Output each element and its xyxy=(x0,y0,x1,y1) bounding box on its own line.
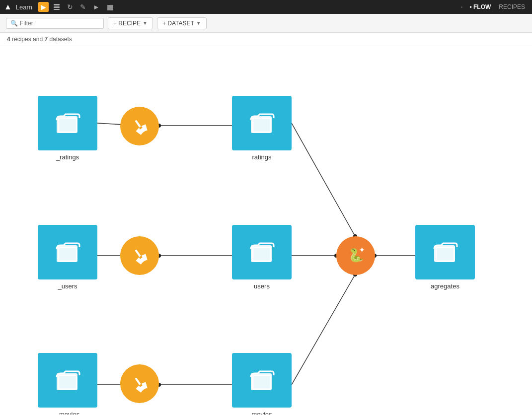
flow-tab[interactable]: • FLOW xyxy=(466,2,494,11)
dataset-label-ratings-raw: _ratings xyxy=(56,153,79,161)
dataset-label-users: users xyxy=(254,282,270,290)
flow-separator: • xyxy=(461,4,463,10)
logo-icon: ▲ xyxy=(4,2,12,11)
dataset-caret-icon: ▼ xyxy=(196,20,201,26)
svg-line-15 xyxy=(292,123,355,236)
svg-rect-1 xyxy=(54,6,60,8)
svg-line-19 xyxy=(292,275,355,385)
dataset-view-button[interactable] xyxy=(51,2,63,11)
stats-bar: 4 recipes and 7 datasets xyxy=(0,33,532,46)
dataset-movies-raw[interactable]: _movies xyxy=(38,353,97,415)
dataset-users[interactable]: users xyxy=(232,225,292,290)
recipe-prepare-users[interactable] xyxy=(120,236,159,275)
flow-view-button[interactable]: ▶ xyxy=(38,2,49,12)
dataset-label-ratings: ratings xyxy=(252,153,271,161)
flow-canvas: _ratings ratings xyxy=(0,46,532,415)
dataset-label-users-raw: _users xyxy=(58,282,77,290)
add-dataset-button[interactable]: + DATASET ▼ xyxy=(157,17,207,29)
edit-button[interactable]: ✎ xyxy=(77,2,88,12)
dataset-ratings-raw[interactable]: _ratings xyxy=(38,96,97,161)
dataset-label-agregates: agregates xyxy=(431,282,459,290)
learn-link[interactable]: Learn xyxy=(16,3,32,11)
search-icon: 🔍 xyxy=(10,20,18,27)
dataset-label-movies-raw: _movies xyxy=(56,411,79,415)
dataset-ratings[interactable]: ratings xyxy=(232,96,292,161)
recipe-caret-icon: ▼ xyxy=(143,20,148,26)
toolbar: 🔍 + RECIPE ▼ + DATASET ▼ xyxy=(0,14,532,33)
recipes-tab[interactable]: RECIPES xyxy=(496,2,528,11)
refresh-button[interactable]: ↻ xyxy=(65,2,76,12)
run-button[interactable]: ► xyxy=(90,2,102,12)
filter-input[interactable] xyxy=(20,20,99,27)
dataset-agregates[interactable]: agregates xyxy=(415,225,475,290)
dataset-users-raw[interactable]: _users xyxy=(38,225,97,290)
filter-wrap: 🔍 xyxy=(6,18,104,29)
dataset-movies[interactable]: movies xyxy=(232,353,292,415)
svg-text:✦: ✦ xyxy=(359,246,365,254)
recipe-prepare-ratings[interactable] xyxy=(120,107,159,145)
svg-rect-2 xyxy=(54,9,60,10)
recipe-prepare-movies[interactable] xyxy=(120,364,159,403)
add-recipe-button[interactable]: + RECIPE ▼ xyxy=(108,17,153,29)
topbar: ▲ Learn ▶ ↻ ✎ ► ▦ • • FLOW RECIPES xyxy=(0,0,532,14)
recipes-count: 4 xyxy=(7,36,10,43)
stats-button[interactable]: ▦ xyxy=(104,2,116,12)
recipe-python[interactable]: 🐍 ✦ xyxy=(336,236,375,275)
datasets-count: 7 xyxy=(44,36,48,43)
dataset-label-movies: movies xyxy=(251,411,272,415)
svg-rect-0 xyxy=(54,4,60,5)
